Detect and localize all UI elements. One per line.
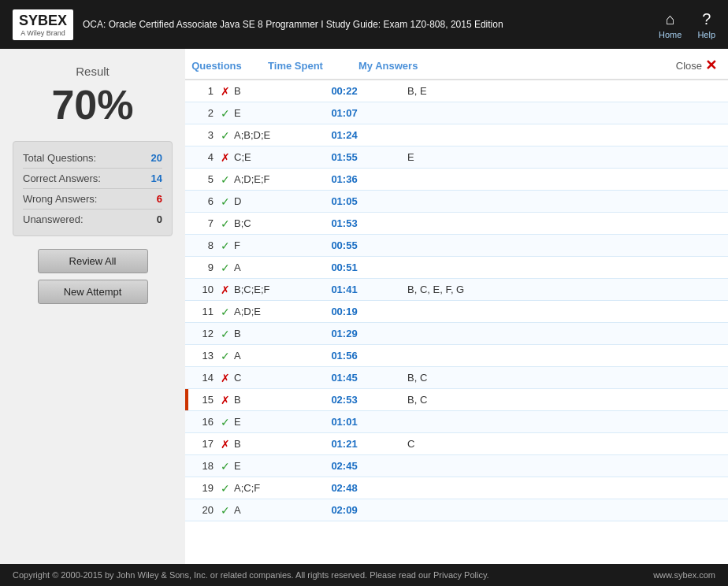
row-answer: D bbox=[234, 195, 297, 207]
row-answer: C;E bbox=[234, 151, 297, 163]
sybex-logo: SYBEX A Wiley Brand bbox=[13, 9, 73, 40]
table-row[interactable]: 10✗B;C;E;F01:41B, C, E, F, G bbox=[185, 279, 728, 301]
header-nav: ⌂ Home ? Help bbox=[659, 10, 715, 39]
stat-correct-value: 14 bbox=[151, 172, 162, 184]
row-number: 8 bbox=[185, 239, 217, 251]
row-number: 1 bbox=[185, 85, 217, 97]
home-nav-item[interactable]: ⌂ Home bbox=[659, 10, 682, 39]
correct-icon: ✓ bbox=[217, 328, 234, 340]
questions-table[interactable]: 1✗B00:22B, E2✓E01:073✓A;B;D;E01:244✗C;E0… bbox=[185, 80, 728, 564]
correct-icon: ✓ bbox=[217, 239, 234, 252]
right-panel: Questions Time Spent My Answers Close ✕ … bbox=[185, 49, 728, 564]
table-row[interactable]: 2✓E01:07 bbox=[185, 102, 728, 124]
table-row[interactable]: 4✗C;E01:55E bbox=[185, 146, 728, 169]
help-label: Help bbox=[697, 30, 715, 39]
correct-icon: ✓ bbox=[217, 129, 234, 142]
row-time: 01:36 bbox=[297, 173, 392, 185]
row-number: 7 bbox=[185, 217, 217, 229]
row-number: 4 bbox=[185, 151, 217, 163]
logo-text: SYBEX bbox=[19, 13, 67, 29]
stat-wrong: Wrong Answers: 6 bbox=[23, 189, 162, 210]
correct-icon: ✓ bbox=[217, 350, 234, 362]
col-questions-header: Questions bbox=[185, 60, 248, 72]
table-row[interactable]: 7✓B;C01:53 bbox=[185, 213, 728, 235]
table-row[interactable]: 3✓A;B;D;E01:24 bbox=[185, 124, 728, 146]
help-nav-item[interactable]: ? Help bbox=[697, 10, 715, 39]
table-row[interactable]: 17✗B01:21C bbox=[185, 433, 728, 455]
stats-box: Total Questions: 20 Correct Answers: 14 … bbox=[13, 141, 173, 236]
correct-icon: ✓ bbox=[217, 195, 234, 208]
row-time: 00:55 bbox=[297, 239, 392, 251]
table-row[interactable]: 9✓A00:51 bbox=[185, 257, 728, 279]
row-my-answers: B, C bbox=[392, 372, 717, 384]
row-number: 19 bbox=[185, 482, 217, 494]
table-row[interactable]: 14✗C01:45B, C bbox=[185, 367, 728, 389]
table-row[interactable]: 19✓A;C;F02:48 bbox=[185, 477, 728, 499]
wrong-icon: ✗ bbox=[217, 284, 234, 296]
row-time: 01:53 bbox=[297, 217, 392, 229]
logo-brand: A Wiley Brand bbox=[20, 29, 65, 37]
table-row[interactable]: 12✓B01:29 bbox=[185, 323, 728, 345]
table-row[interactable]: 18✓E02:45 bbox=[185, 455, 728, 477]
table-row[interactable]: 16✓E01:01 bbox=[185, 411, 728, 433]
app-header: SYBEX A Wiley Brand OCA: Oracle Certifie… bbox=[0, 0, 728, 49]
wrong-icon: ✗ bbox=[217, 372, 234, 384]
row-time: 01:01 bbox=[297, 416, 392, 428]
row-time: 01:56 bbox=[297, 350, 392, 362]
review-all-button[interactable]: Review All bbox=[38, 249, 148, 273]
footer-copyright: Copyright © 2000-2015 by John Wiley & So… bbox=[13, 570, 489, 580]
row-answer: A;B;D;E bbox=[234, 129, 297, 141]
stat-wrong-label: Wrong Answers: bbox=[23, 193, 97, 205]
table-row[interactable]: 5✓A;D;E;F01:36 bbox=[185, 169, 728, 191]
row-time: 01:07 bbox=[297, 107, 392, 119]
table-row[interactable]: 15✗B02:53B, C bbox=[185, 389, 728, 411]
table-row[interactable]: 8✓F00:55 bbox=[185, 235, 728, 257]
row-my-answers: B, E bbox=[392, 85, 717, 97]
row-answer: B;C bbox=[234, 217, 297, 229]
stat-unanswered-label: Unanswered: bbox=[23, 213, 84, 225]
row-answer: E bbox=[234, 460, 297, 472]
wrong-icon: ✗ bbox=[217, 394, 234, 406]
row-number: 12 bbox=[185, 328, 217, 339]
correct-icon: ✓ bbox=[217, 416, 234, 428]
row-answer: A bbox=[234, 261, 297, 273]
row-time: 00:22 bbox=[297, 85, 392, 97]
footer-website: www.sybex.com bbox=[653, 570, 715, 580]
header-title: OCA: Oracle Certified Associate Java SE … bbox=[83, 18, 503, 32]
table-row[interactable]: 1✗B00:22B, E bbox=[185, 80, 728, 102]
row-marker bbox=[185, 389, 188, 410]
close-button[interactable]: Close ✕ bbox=[673, 57, 728, 74]
stat-total-value: 20 bbox=[151, 152, 162, 164]
table-row[interactable]: 13✓A01:56 bbox=[185, 345, 728, 367]
correct-icon: ✓ bbox=[217, 217, 234, 230]
row-time: 02:53 bbox=[297, 394, 392, 406]
row-time: 01:29 bbox=[297, 328, 392, 339]
row-number: 10 bbox=[185, 284, 217, 295]
row-answer: A bbox=[234, 350, 297, 362]
table-row[interactable]: 11✓A;D;E00:19 bbox=[185, 301, 728, 323]
row-time: 01:41 bbox=[297, 284, 392, 295]
row-my-answers: E bbox=[392, 151, 717, 163]
stat-total-label: Total Questions: bbox=[23, 152, 96, 164]
row-time: 01:05 bbox=[297, 195, 392, 207]
table-row[interactable]: 20✓A02:09 bbox=[185, 499, 728, 521]
help-icon: ? bbox=[702, 10, 711, 28]
row-answer: A;D;E;F bbox=[234, 173, 297, 185]
row-my-answers: B, C bbox=[392, 394, 717, 406]
row-my-answers: C bbox=[392, 438, 717, 450]
table-row[interactable]: 6✓D01:05 bbox=[185, 191, 728, 213]
close-icon[interactable]: ✕ bbox=[705, 57, 717, 74]
row-number: 6 bbox=[185, 195, 217, 207]
row-number: 5 bbox=[185, 173, 217, 185]
left-panel: Result 70% Total Questions: 20 Correct A… bbox=[0, 49, 185, 564]
wrong-icon: ✗ bbox=[217, 438, 234, 451]
row-number: 20 bbox=[185, 504, 217, 516]
row-answer: E bbox=[234, 107, 297, 119]
wrong-icon: ✗ bbox=[217, 85, 234, 98]
new-attempt-button[interactable]: New Attempt bbox=[38, 280, 148, 304]
row-answer: B bbox=[234, 394, 297, 406]
row-time: 02:09 bbox=[297, 504, 392, 516]
stat-unanswered: Unanswered: 0 bbox=[23, 210, 162, 229]
app-footer: Copyright © 2000-2015 by John Wiley & So… bbox=[0, 564, 728, 586]
header-left: SYBEX A Wiley Brand OCA: Oracle Certifie… bbox=[13, 9, 503, 40]
